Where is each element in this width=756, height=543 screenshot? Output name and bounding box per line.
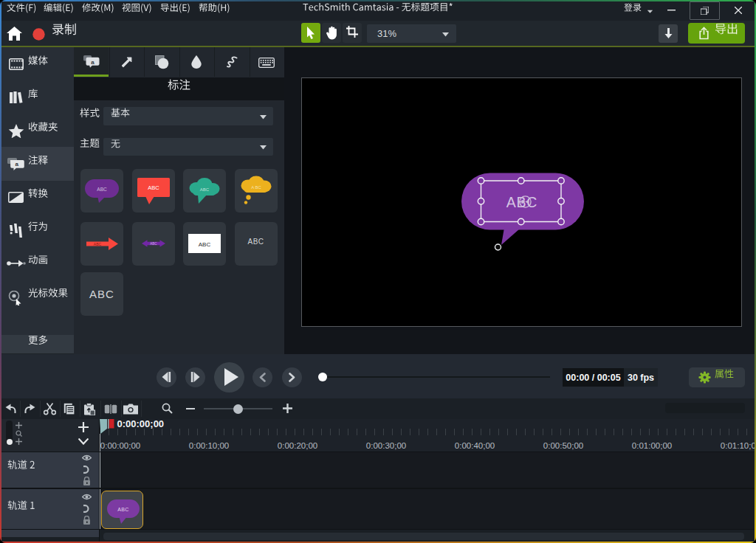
svg-text:ABC: ABC bbox=[150, 242, 157, 246]
svg-text:ABC: ABC bbox=[148, 184, 159, 190]
svg-text:ABC: ABC bbox=[93, 241, 101, 246]
svg-text:A BC: A BC bbox=[251, 184, 261, 189]
svg-text:ABC: ABC bbox=[117, 507, 128, 512]
svg-text:ABC: ABC bbox=[199, 241, 211, 248]
svg-text:a: a bbox=[91, 59, 94, 66]
svg-text:a: a bbox=[16, 161, 19, 167]
svg-text:ABC: ABC bbox=[97, 186, 107, 191]
svg-text:ABC: ABC bbox=[200, 187, 210, 191]
